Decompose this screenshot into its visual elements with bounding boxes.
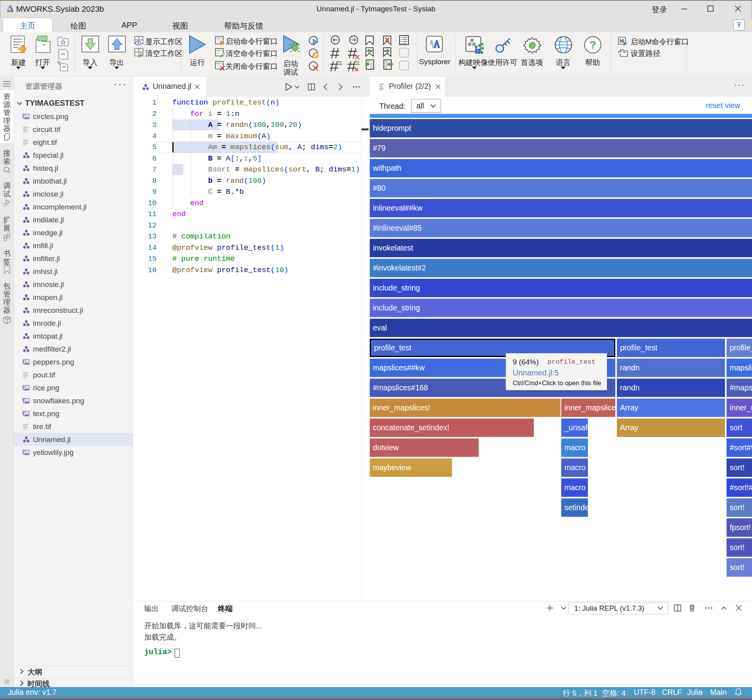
svg-text:?: ? <box>589 39 596 51</box>
svg-text:REPL: REPL <box>216 62 223 65</box>
svg-text:M: M <box>620 38 624 44</box>
svg-text:REPL: REPL <box>216 37 223 40</box>
svg-text:REPL: REPL <box>216 49 223 52</box>
